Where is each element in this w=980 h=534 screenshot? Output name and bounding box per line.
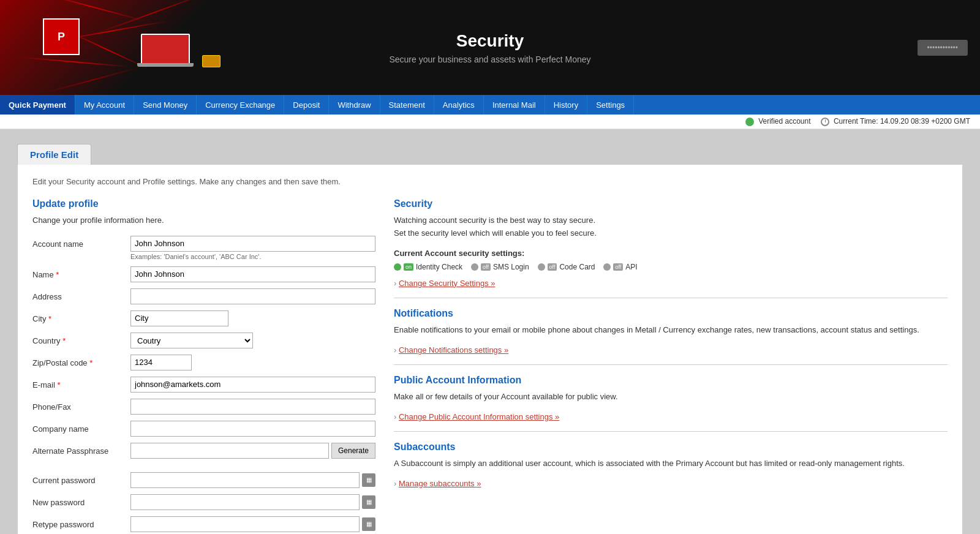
main-background: Profile Edit Edit your Security account … <box>0 129 980 534</box>
city-input[interactable] <box>130 310 228 326</box>
retype-password-row: Retype password <box>32 516 375 532</box>
sms-status-dot <box>471 263 478 271</box>
name-label: Name * <box>32 266 130 279</box>
account-name-label: Account name <box>32 236 130 249</box>
api-status-dot <box>603 263 611 271</box>
country-label: Country * <box>32 333 130 345</box>
country-field: CoutryUnited StatesUnited KingdomGermany… <box>130 333 375 348</box>
phone-row: Phone/Fax <box>32 399 375 415</box>
name-row: Name * <box>32 266 375 282</box>
address-row: Address <box>32 288 375 304</box>
logo-area: P <box>0 0 257 95</box>
country-select[interactable]: CoutryUnited StatesUnited KingdomGermany… <box>130 333 253 348</box>
account-name-input[interactable] <box>130 236 375 252</box>
indicator-api: off API <box>603 263 637 271</box>
name-required: * <box>56 270 59 279</box>
nav-deposit[interactable]: Deposit <box>284 95 329 115</box>
update-profile-desc: Change your profile information here. <box>32 216 375 225</box>
security-title: Security <box>394 198 948 209</box>
security-current-label: Current Account security settings: <box>394 249 948 258</box>
city-label: City * <box>32 310 130 323</box>
new-password-row: New password <box>32 494 375 510</box>
address-input[interactable] <box>130 288 375 304</box>
indicator-sms: off SMS Login <box>471 263 529 271</box>
company-label: Company name <box>32 421 130 434</box>
name-input[interactable] <box>130 266 375 282</box>
security-desc2: Set the security level which will enable… <box>394 228 948 238</box>
phone-field <box>130 399 375 415</box>
current-password-row: Current password <box>32 472 375 488</box>
address-label: Address <box>32 288 130 301</box>
profile-edit-tab[interactable]: Profile Edit <box>17 144 91 165</box>
name-field <box>130 266 375 282</box>
email-input[interactable] <box>130 377 375 393</box>
new-password-label: New password <box>32 494 130 507</box>
left-column: Update profile Change your profile infor… <box>32 198 375 534</box>
zip-input[interactable] <box>130 355 192 370</box>
code-card-status-dot <box>538 263 545 271</box>
company-row: Company name <box>32 421 375 437</box>
current-password-input[interactable] <box>130 472 360 488</box>
nav-analytics[interactable]: Analytics <box>434 95 484 115</box>
nav-quick-payment[interactable]: Quick Payment <box>0 95 75 115</box>
account-name-field: Examples: 'Daniel's account', 'ABC Car I… <box>130 236 375 260</box>
retype-password-label: Retype password <box>32 516 130 529</box>
passphrase-row: Alternate Passphrase Generate <box>32 443 375 459</box>
change-notifications-link[interactable]: Change Notifications settings » <box>399 345 508 355</box>
account-name-row: Account name Examples: 'Daniel's account… <box>32 236 375 260</box>
change-security-settings-link[interactable]: Change Security Settings » <box>399 279 496 288</box>
password-icon-current <box>362 473 375 487</box>
zip-label: Zip/Postal code * <box>32 355 130 367</box>
zip-field <box>130 355 375 370</box>
address-field <box>130 288 375 304</box>
card-content: Edit your Security account and Profile s… <box>17 164 963 534</box>
right-column: Security Watching account security is th… <box>394 198 948 534</box>
header: P Security Secure your business and asse… <box>0 0 980 95</box>
current-password-field <box>130 472 375 488</box>
main-nav: Quick Payment My Account Send Money Curr… <box>0 95 980 115</box>
retype-password-field <box>130 516 375 532</box>
retype-password-input[interactable] <box>130 516 360 532</box>
city-field <box>130 310 375 326</box>
subaccounts-title: Subaccounts <box>394 442 948 453</box>
two-col-layout: Update profile Change your profile infor… <box>32 198 948 534</box>
new-password-input[interactable] <box>130 494 360 510</box>
indicator-identity: on Identity Check <box>394 263 462 271</box>
nav-send-money[interactable]: Send Money <box>134 95 197 115</box>
phone-input[interactable] <box>130 399 375 415</box>
login-box[interactable]: •••••••••••• <box>918 40 968 56</box>
manage-subaccounts-link[interactable]: Manage subaccounts » <box>399 479 481 488</box>
current-password-label: Current password <box>32 472 130 485</box>
verified-account: Verified account <box>745 117 811 126</box>
nav-history[interactable]: History <box>545 95 587 115</box>
page-subtitle: Secure your business and assets with Per… <box>389 55 590 64</box>
company-field <box>130 421 375 437</box>
account-name-hint: Examples: 'Daniel's account', 'ABC Car I… <box>130 253 375 260</box>
notifications-title: Notifications <box>394 308 948 319</box>
subaccounts-desc: A Subaccount is simply an additional use… <box>394 459 948 468</box>
country-row: Country * CoutryUnited StatesUnited King… <box>32 333 375 348</box>
current-time: Current Time: 14.09.20 08:39 +0200 GMT <box>821 117 970 126</box>
company-input[interactable] <box>130 421 375 437</box>
logo-laser-bg: P <box>0 0 257 95</box>
passphrase-field: Generate <box>130 443 375 459</box>
new-password-field <box>130 494 375 510</box>
nav-currency-exchange[interactable]: Currency Exchange <box>197 95 284 115</box>
nav-withdraw[interactable]: Withdraw <box>329 95 380 115</box>
nav-statement[interactable]: Statement <box>380 95 434 115</box>
passphrase-input[interactable] <box>130 443 329 459</box>
email-field <box>130 377 375 393</box>
password-icon-new <box>362 495 375 509</box>
email-row: E-mail * <box>32 377 375 393</box>
email-label: E-mail * <box>32 377 130 389</box>
passphrase-label: Alternate Passphrase <box>32 443 130 456</box>
page-title: Security <box>389 31 590 51</box>
nav-settings[interactable]: Settings <box>587 95 634 115</box>
nav-my-account[interactable]: My Account <box>75 95 134 115</box>
update-profile-title: Update profile <box>32 198 375 209</box>
verified-icon <box>745 118 754 126</box>
nav-internal-mail[interactable]: Internal Mail <box>484 95 545 115</box>
change-public-account-link[interactable]: Change Public Account Information settin… <box>399 412 559 421</box>
generate-button[interactable]: Generate <box>331 443 375 459</box>
public-account-desc: Make all or few details of your Account … <box>394 392 948 401</box>
